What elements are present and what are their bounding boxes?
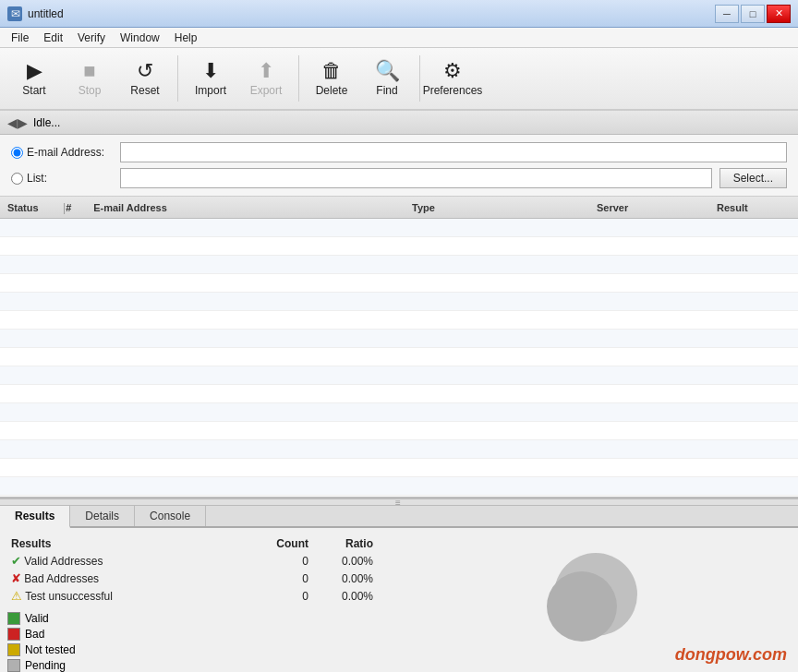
table-row	[0, 366, 798, 385]
pie-chart-area	[392, 535, 791, 672]
email-radio-label: E-mail Address:	[11, 146, 113, 159]
select-button[interactable]: Select...	[719, 168, 787, 188]
bad-count: 0	[257, 570, 312, 587]
title-bar: ✉ untitled ─ □ ✕	[0, 0, 798, 28]
menu-bar: File Edit Verify Window Help	[0, 28, 798, 48]
menu-help[interactable]: Help	[167, 30, 205, 46]
tab-results[interactable]: Results	[0, 506, 70, 528]
find-button[interactable]: 🔍 Find	[360, 52, 414, 105]
toolbar-separator-2	[298, 55, 299, 102]
legend-area: Valid Bad Not tested Pending	[7, 612, 377, 672]
start-label: Start	[22, 84, 45, 97]
stop-label: Stop	[79, 84, 102, 97]
import-icon: ⬇	[202, 61, 219, 81]
table-row	[0, 311, 798, 330]
start-icon: ▶	[27, 61, 42, 81]
legend-nottested-dot	[7, 643, 20, 656]
table-body	[0, 219, 798, 496]
legend-pending-label: Pending	[25, 659, 66, 672]
delete-label: Delete	[316, 84, 348, 97]
col-email-header: E-mail Address	[93, 202, 412, 213]
export-label: Export	[250, 84, 283, 97]
tab-console[interactable]: Console	[135, 506, 206, 526]
reset-button[interactable]: ↺ Reset	[118, 52, 172, 105]
import-label: Import	[195, 84, 226, 97]
table-row	[0, 256, 798, 274]
reset-label: Reset	[130, 84, 159, 97]
bad-label: Bad Addresses	[24, 572, 99, 585]
valid-count: 0	[257, 552, 312, 570]
table-row	[0, 330, 798, 348]
list-input[interactable]	[120, 168, 712, 188]
col-server-header: Server	[597, 202, 717, 213]
warn-count: 0	[257, 587, 312, 605]
toolbar-separator-1	[177, 55, 178, 102]
menu-edit[interactable]: Edit	[36, 30, 70, 46]
results-content: Results Count Ratio ✔ Valid Addresses 0	[0, 528, 798, 672]
legend-nottested-label: Not tested	[25, 643, 76, 656]
resize-handle[interactable]: ≡	[0, 498, 798, 506]
list-label-text: List:	[27, 172, 47, 185]
find-icon: 🔍	[375, 61, 400, 81]
col-status-header: Status	[7, 202, 63, 213]
warn-ratio: 0.00%	[312, 587, 377, 605]
status-arrows-icon: ◀▶	[7, 115, 28, 130]
stop-button[interactable]: ■ Stop	[63, 52, 116, 105]
input-area: E-mail Address: List: Select...	[0, 135, 798, 197]
delete-button[interactable]: 🗑 Delete	[305, 52, 358, 105]
table-row	[0, 403, 798, 422]
toolbar: ▶ Start ■ Stop ↺ Reset ⬇ Import ⬆ Export…	[0, 48, 798, 111]
email-label-text: E-mail Address:	[27, 146, 104, 159]
svg-point-3	[547, 571, 617, 642]
list-radio-label: List:	[11, 172, 113, 185]
table-row	[0, 274, 798, 293]
menu-file[interactable]: File	[4, 30, 36, 46]
export-button[interactable]: ⬆ Export	[239, 52, 293, 105]
tabs-bar: Results Details Console	[0, 506, 798, 528]
table-row	[0, 293, 798, 311]
bad-ratio: 0.00%	[312, 570, 377, 587]
results-row-warn: ⚠ Test unsuccessful 0 0.00%	[7, 587, 377, 605]
table-row	[0, 237, 798, 256]
legend-bad-label: Bad	[25, 628, 44, 641]
start-button[interactable]: ▶ Start	[7, 52, 61, 105]
results-row-bad: ✘ Bad Addresses 0 0.00%	[7, 570, 377, 587]
import-button[interactable]: ⬇ Import	[184, 52, 237, 105]
legend-pending-dot	[7, 659, 20, 672]
minimize-button[interactable]: ─	[715, 5, 739, 23]
close-button[interactable]: ✕	[767, 5, 791, 23]
menu-window[interactable]: Window	[113, 30, 167, 46]
table-header: Status | # E-mail Address Type Server Re…	[0, 197, 798, 219]
warn-label: Test unsuccessful	[25, 590, 113, 603]
reset-icon: ↺	[137, 61, 153, 81]
status-text: Idle...	[33, 116, 60, 129]
export-icon: ⬆	[258, 61, 274, 81]
find-label: Find	[376, 84, 397, 97]
stop-icon: ■	[83, 61, 95, 81]
preferences-icon: ⚙	[443, 61, 462, 81]
valid-label: Valid Addresses	[24, 555, 103, 568]
pie-chart	[540, 553, 642, 654]
email-radio[interactable]	[11, 147, 23, 159]
table-row	[0, 385, 798, 403]
legend-pending: Pending	[7, 659, 377, 672]
valid-ratio: 0.00%	[312, 552, 377, 570]
list-radio[interactable]	[11, 173, 23, 185]
results-col-ratio: Ratio	[312, 535, 377, 552]
svg-text:✉: ✉	[11, 8, 20, 19]
legend-nottested: Not tested	[7, 643, 377, 656]
table-row	[0, 219, 798, 237]
email-input[interactable]	[120, 142, 787, 162]
tab-details[interactable]: Details	[70, 506, 135, 526]
col-result-header: Result	[717, 202, 791, 213]
legend-valid: Valid	[7, 612, 377, 625]
bottom-panel: Results Details Console Results Count Ra…	[0, 506, 798, 672]
results-row-valid: ✔ Valid Addresses 0 0.00%	[7, 552, 377, 570]
preferences-label: Preferences	[423, 84, 483, 97]
maximize-button[interactable]: □	[741, 5, 765, 23]
table-wrapper: Status | # E-mail Address Type Server Re…	[0, 197, 798, 498]
menu-verify[interactable]: Verify	[70, 30, 113, 46]
delete-icon: 🗑	[321, 61, 342, 81]
results-table: Results Count Ratio ✔ Valid Addresses 0	[7, 535, 377, 672]
preferences-button[interactable]: ⚙ Preferences	[426, 52, 479, 105]
